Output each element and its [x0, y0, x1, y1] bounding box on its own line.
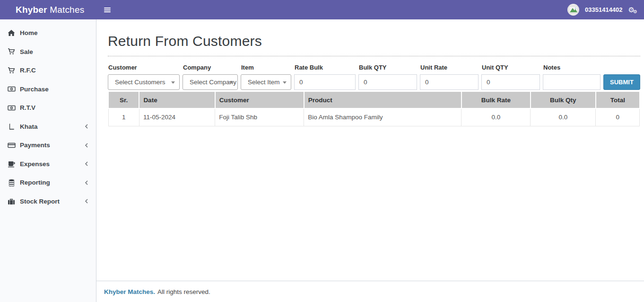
page-title: Return From Customers	[108, 33, 640, 56]
returns-table: Sr.DateCustomerProductBulk RateBulk QtyT…	[108, 91, 640, 126]
table-header-total: Total	[596, 91, 640, 108]
notes-input[interactable]	[543, 74, 600, 90]
table-cell: 1	[108, 108, 139, 126]
chevron-left-icon	[84, 180, 89, 186]
table-cell: Bio Amla Shampoo Family	[304, 108, 461, 126]
return-filter-form: CustomerSelect CustomersCompanySelect Co…	[108, 64, 640, 90]
sidebar-item-purchase[interactable]: Purchase	[0, 80, 96, 99]
unit-rate-field-group: Unit Rate	[420, 64, 479, 90]
customer-select[interactable]: Select Customers	[108, 74, 180, 90]
sidebar-item-r-f-c[interactable]: R.F.C	[0, 61, 96, 80]
sidebar-item-expenses[interactable]: Expenses	[0, 155, 96, 174]
table-cell: 0.0	[531, 108, 596, 126]
table-row: 111-05-2024Foji Talib ShbBio Amla Shampo…	[108, 108, 640, 126]
notes-field-group: Notes	[543, 64, 600, 90]
cup-icon	[7, 160, 16, 168]
sidebar-item-label: Reporting	[20, 179, 50, 186]
dropdown-arrow-icon	[171, 81, 175, 84]
cart-icon	[7, 67, 16, 74]
app-brand[interactable]: Khyber Matches	[0, 5, 96, 15]
table-header-product: Product	[304, 91, 461, 108]
dropdown-arrow-icon	[283, 81, 287, 84]
chevron-left-icon	[84, 161, 89, 167]
chevron-left-icon	[84, 124, 89, 129]
table-header-customer: Customer	[215, 91, 304, 108]
book-icon	[7, 123, 16, 130]
sidebar-item-payments[interactable]: Payments	[0, 136, 96, 155]
unit-qty-field-group: Unit QTY	[481, 64, 540, 90]
sidebar-item-sale[interactable]: Sale	[0, 43, 96, 62]
unit-qty-input[interactable]	[481, 74, 540, 90]
table-header-date: Date	[139, 91, 215, 108]
field-label: Unit Rate	[420, 64, 479, 71]
field-label: Item	[241, 64, 291, 71]
database-icon	[7, 179, 16, 187]
field-label: Rate Bulk	[295, 64, 356, 71]
cart-icon	[7, 48, 16, 55]
table-cell: Foji Talib Shb	[215, 108, 304, 126]
table-header-bulk-qty: Bulk Qty	[531, 91, 596, 108]
sidebar-item-label: Stock Report	[20, 198, 60, 205]
company-field-group: CompanySelect Company	[183, 64, 238, 90]
money-icon	[7, 105, 16, 111]
navbar-right: 03351414402 ⚙⚙	[567, 4, 644, 16]
credit-card-icon	[7, 142, 16, 149]
table-header-bulk-rate: Bulk Rate	[461, 91, 531, 108]
bulk-qty-input[interactable]	[358, 74, 417, 90]
sidebar-item-label: Payments	[20, 142, 50, 149]
rate-bulk-input[interactable]	[294, 74, 356, 90]
gears-icon[interactable]: ⚙⚙	[628, 6, 637, 13]
field-label: Customer	[108, 64, 180, 71]
sidebar-item-r-t-v[interactable]: R.T.V	[0, 98, 96, 117]
field-label: Company	[183, 64, 238, 71]
sidebar-item-reporting[interactable]: Reporting	[0, 173, 96, 192]
sidebar-item-label: Sale	[20, 48, 33, 55]
home-icon	[7, 29, 16, 37]
submit-button[interactable]: SUBMIT	[603, 74, 640, 90]
top-navbar: Khyber Matches 03351414402 ⚙⚙	[0, 0, 644, 19]
sidebar-item-stock-report[interactable]: Stock Report	[0, 192, 96, 211]
footer-copyright-text: All rights reserved.	[157, 288, 210, 295]
sidebar-item-label: R.F.C	[20, 67, 36, 74]
sidebar-item-label: Purchase	[20, 86, 49, 93]
main-area: Return From Customers CustomerSelect Cus…	[96, 19, 644, 302]
field-label: Bulk QTY	[359, 64, 417, 71]
sidebar-item-label: Khata	[20, 123, 38, 130]
money-icon	[7, 86, 16, 92]
customer-field-group: CustomerSelect Customers	[108, 64, 180, 90]
item-select[interactable]: Select Item	[241, 74, 291, 90]
user-phone-number[interactable]: 03351414402	[585, 6, 623, 13]
table-header-sr: Sr.	[108, 91, 139, 108]
sidebar-item-khata[interactable]: Khata	[0, 117, 96, 136]
content-area: Return From Customers CustomerSelect Cus…	[96, 19, 644, 281]
table-cell: 11-05-2024	[139, 108, 215, 126]
field-label: Notes	[543, 64, 600, 71]
rate-bulk-field-group: Rate Bulk	[294, 64, 356, 90]
unit-rate-input[interactable]	[420, 74, 479, 90]
user-avatar[interactable]	[567, 4, 579, 16]
sidebar-item-label: R.T.V	[20, 104, 35, 111]
item-field-group: ItemSelect Item	[241, 64, 291, 90]
sidebar-item-label: Expenses	[20, 160, 50, 168]
page-footer: Khyber Matches. All rights reserved.	[96, 281, 644, 302]
briefcase-icon	[7, 198, 16, 205]
sidebar-item-label: Home	[20, 29, 38, 36]
bulk-qty-field-group: Bulk QTY	[358, 64, 417, 90]
hamburger-menu-icon[interactable]	[96, 0, 118, 19]
table-cell: 0	[596, 108, 640, 126]
chevron-left-icon	[84, 142, 89, 148]
table-cell: 0.0	[461, 108, 531, 126]
dropdown-arrow-icon	[229, 81, 233, 84]
footer-brand-link[interactable]: Khyber Matches.	[104, 288, 155, 295]
sidebar-nav: HomeSaleR.F.CPurchaseR.T.VKhataPaymentsE…	[0, 19, 96, 302]
field-label: Unit QTY	[482, 64, 540, 71]
chevron-left-icon	[84, 198, 89, 204]
sidebar-item-home[interactable]: Home	[0, 24, 96, 43]
company-select[interactable]: Select Company	[183, 74, 238, 90]
